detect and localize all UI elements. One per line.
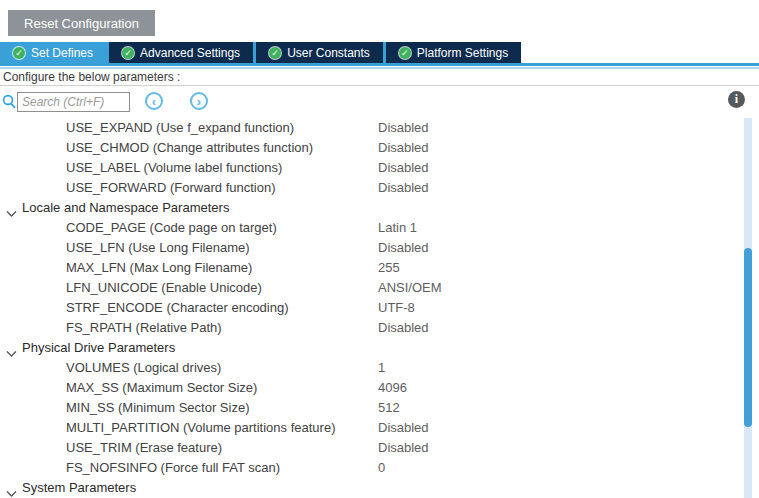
parameter-row[interactable]: VOLUMES (Logical drives)1	[0, 358, 744, 378]
parameter-name: USE_LFN (Use Long Filename)	[66, 238, 250, 258]
parameter-list: USE_EXPAND (Use f_expand function)Disabl…	[0, 118, 744, 498]
parameter-value[interactable]: UTF-8	[378, 298, 415, 318]
search-previous-button[interactable]: ‹	[145, 92, 163, 110]
section-row[interactable]: Physical Drive Parameters	[0, 338, 744, 358]
parameter-row[interactable]: FS_NOFSINFO (Force full FAT scan)0	[0, 458, 744, 478]
parameter-value[interactable]: Disabled	[378, 238, 429, 258]
parameter-row[interactable]: USE_LFN (Use Long Filename)Disabled	[0, 238, 744, 258]
check-icon: ✓	[13, 47, 25, 59]
section-label: Locale and Namespace Parameters	[22, 198, 229, 218]
tab-bar: ✓Set Defines✓Advanced Settings✓User Cons…	[0, 42, 759, 63]
search-next-button[interactable]: ›	[190, 92, 208, 110]
parameter-name: USE_FORWARD (Forward function)	[66, 178, 276, 198]
parameter-value[interactable]: Disabled	[378, 158, 429, 178]
vertical-scrollbar-thumb[interactable]	[744, 248, 752, 427]
parameter-row[interactable]: MAX_LFN (Max Long Filename)255	[0, 258, 744, 278]
subtitle-text: Configure the below parameters :	[0, 70, 759, 86]
check-icon: ✓	[399, 47, 411, 59]
parameter-value[interactable]: Disabled	[378, 178, 429, 198]
parameter-row[interactable]: USE_CHMOD (Change attributes function)Di…	[0, 138, 744, 158]
section-label: Physical Drive Parameters	[22, 338, 175, 358]
parameter-value[interactable]: Latin 1	[378, 218, 417, 238]
parameter-value[interactable]: Disabled	[378, 418, 429, 438]
parameter-row[interactable]: STRF_ENCODE (Character encoding)UTF-8	[0, 298, 744, 318]
parameter-value[interactable]: 1	[378, 358, 385, 378]
parameter-value[interactable]: Disabled	[378, 118, 429, 138]
parameter-name: FS_NOFSINFO (Force full FAT scan)	[66, 458, 280, 478]
parameter-value[interactable]: 0	[378, 458, 385, 478]
tab-underline	[0, 63, 759, 66]
parameter-row[interactable]: LFN_UNICODE (Enable Unicode)ANSI/OEM	[0, 278, 744, 298]
parameter-row[interactable]: USE_TRIM (Erase feature)Disabled	[0, 438, 744, 458]
parameter-name: MAX_SS (Maximum Sector Size)	[66, 378, 257, 398]
tab-label: User Constants	[287, 46, 370, 60]
parameter-name: USE_LABEL (Volume label functions)	[66, 158, 282, 178]
tab-label: Advanced Settings	[140, 46, 240, 60]
chevron-left-icon: ‹	[152, 95, 156, 108]
section-row[interactable]: Locale and Namespace Parameters	[0, 198, 744, 218]
parameter-row[interactable]: FS_RPATH (Relative Path)Disabled	[0, 318, 744, 338]
tab-advanced-settings[interactable]: ✓Advanced Settings	[106, 42, 253, 63]
section-label: System Parameters	[22, 478, 136, 498]
search-row: ‹ › i	[0, 88, 759, 118]
parameter-name: MAX_LFN (Max Long Filename)	[66, 258, 252, 278]
tab-underline-light	[0, 67, 759, 69]
tab-set-defines[interactable]: ✓Set Defines	[0, 42, 106, 63]
check-icon: ✓	[269, 47, 281, 59]
parameter-row[interactable]: CODE_PAGE (Code page on target)Latin 1	[0, 218, 744, 238]
chevron-right-icon: ›	[197, 95, 201, 108]
parameter-row[interactable]: MAX_SS (Maximum Sector Size)4096	[0, 378, 744, 398]
tab-user-constants[interactable]: ✓User Constants	[253, 42, 383, 63]
parameter-name: MIN_SS (Minimum Sector Size)	[66, 398, 249, 418]
search-icon	[2, 94, 16, 113]
parameter-name: VOLUMES (Logical drives)	[66, 358, 221, 378]
parameter-row[interactable]: MULTI_PARTITION (Volume partitions featu…	[0, 418, 744, 438]
chevron-down-icon[interactable]	[6, 484, 17, 498]
reset-configuration-button[interactable]: Reset Configuration	[8, 10, 155, 36]
parameter-value[interactable]: Disabled	[378, 138, 429, 158]
section-row[interactable]: System Parameters	[0, 478, 744, 498]
parameter-name: USE_EXPAND (Use f_expand function)	[66, 118, 294, 138]
parameter-name: STRF_ENCODE (Character encoding)	[66, 298, 289, 318]
parameter-name: CODE_PAGE (Code page on target)	[66, 218, 277, 238]
parameter-value[interactable]: Disabled	[378, 318, 429, 338]
parameter-row[interactable]: USE_FORWARD (Forward function)Disabled	[0, 178, 744, 198]
tab-platform-settings[interactable]: ✓Platform Settings	[383, 42, 521, 63]
search-input[interactable]	[17, 92, 130, 112]
parameter-value[interactable]: 4096	[378, 378, 407, 398]
parameter-value[interactable]: ANSI/OEM	[378, 278, 442, 298]
parameter-name: MULTI_PARTITION (Volume partitions featu…	[66, 418, 335, 438]
info-icon[interactable]: i	[728, 91, 745, 108]
tab-label: Set Defines	[31, 46, 93, 60]
parameter-row[interactable]: USE_LABEL (Volume label functions)Disabl…	[0, 158, 744, 178]
parameter-name: USE_TRIM (Erase feature)	[66, 438, 222, 458]
vertical-scrollbar-track[interactable]	[744, 118, 752, 498]
check-icon: ✓	[122, 47, 134, 59]
parameter-value[interactable]: Disabled	[378, 438, 429, 458]
parameter-name: LFN_UNICODE (Enable Unicode)	[66, 278, 262, 298]
parameter-row[interactable]: USE_EXPAND (Use f_expand function)Disabl…	[0, 118, 744, 138]
parameter-row[interactable]: MIN_SS (Minimum Sector Size)512	[0, 398, 744, 418]
parameter-value[interactable]: 255	[378, 258, 400, 278]
tab-label: Platform Settings	[417, 46, 508, 60]
parameters-panel: Reset Configuration ✓Set Defines✓Advance…	[0, 0, 759, 498]
parameter-name: USE_CHMOD (Change attributes function)	[66, 138, 313, 158]
parameter-value[interactable]: 512	[378, 398, 400, 418]
parameter-name: FS_RPATH (Relative Path)	[66, 318, 222, 338]
